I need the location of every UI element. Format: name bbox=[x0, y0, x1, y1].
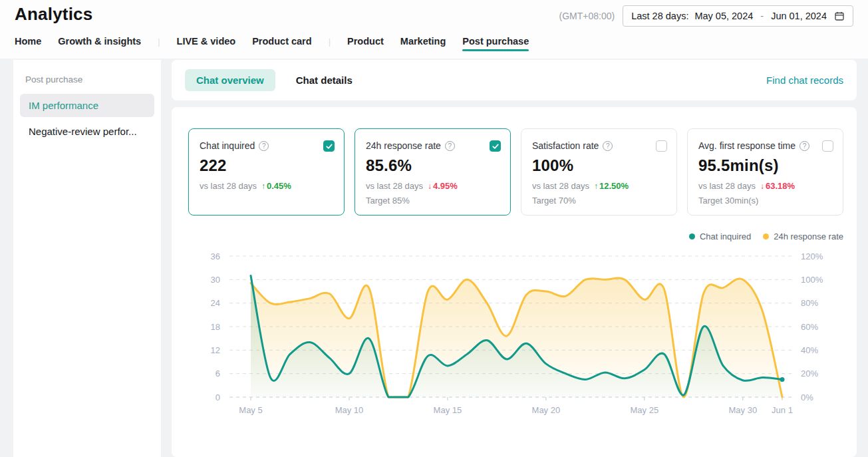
svg-text:May 15: May 15 bbox=[434, 405, 462, 415]
legend-item-24h-response-rate[interactable]: 24h response rate bbox=[763, 231, 843, 241]
svg-text:May 10: May 10 bbox=[335, 405, 364, 415]
calendar-icon bbox=[834, 11, 845, 21]
metric-card-avg-first-response-time[interactable]: Avg. first response time ? 95.5min(s) vs… bbox=[687, 128, 843, 216]
main-panel: Chat overview Chat details Find chat rec… bbox=[172, 60, 857, 457]
find-chat-records-link[interactable]: Find chat records bbox=[766, 75, 843, 86]
svg-text:36: 36 bbox=[211, 251, 220, 261]
svg-text:100%: 100% bbox=[801, 275, 823, 285]
nav-item-5[interactable]: Marketing bbox=[400, 33, 446, 54]
vs-label: vs last 28 days bbox=[698, 181, 756, 191]
nav-item-4[interactable]: Product bbox=[347, 33, 384, 54]
help-icon[interactable]: ? bbox=[445, 141, 455, 151]
delta-value: 12.50% bbox=[599, 181, 629, 191]
delta-arrow-icon: ↓ bbox=[428, 182, 432, 191]
nav-item-2[interactable]: LIVE & video bbox=[177, 33, 236, 54]
svg-text:120%: 120% bbox=[801, 251, 823, 261]
vs-label: vs last 28 days bbox=[200, 181, 257, 191]
svg-text:12: 12 bbox=[211, 345, 220, 355]
content-area: Post purchase IM performance Negative-re… bbox=[0, 59, 868, 457]
metric-value: 222 bbox=[200, 156, 335, 175]
metric-checkbox[interactable] bbox=[490, 140, 501, 152]
metric-card-satisfaction-rate[interactable]: Satisfaction rate ? 100% vs last 28 days… bbox=[521, 128, 677, 216]
sidebar: Post purchase IM performance Negative-re… bbox=[13, 60, 161, 457]
sidebar-item-negative-review[interactable]: Negative-review perfor... bbox=[20, 120, 154, 143]
vs-label: vs last 28 days bbox=[366, 181, 423, 191]
delta-arrow-icon: ↑ bbox=[594, 182, 598, 191]
date-range-separator: - bbox=[759, 11, 765, 21]
nav-item-0[interactable]: Home bbox=[15, 33, 41, 54]
sidebar-section-label: Post purchase bbox=[20, 75, 154, 94]
nav-item-3[interactable]: Product card bbox=[252, 33, 311, 54]
svg-text:May 25: May 25 bbox=[631, 405, 659, 415]
metric-value: 85.6% bbox=[366, 156, 501, 175]
nav-item-6[interactable]: Post purchase bbox=[462, 33, 529, 54]
help-icon[interactable]: ? bbox=[259, 141, 269, 151]
metric-value: 100% bbox=[532, 156, 667, 175]
metric-row: Chat inquired ? 222 vs last 28 days ↑ 0.… bbox=[188, 128, 843, 216]
date-range-start: May 05, 2024 bbox=[694, 11, 753, 21]
metric-card-chat-inquired[interactable]: Chat inquired ? 222 vs last 28 days ↑ 0.… bbox=[188, 128, 345, 216]
svg-text:18: 18 bbox=[211, 322, 220, 332]
legend-dot-teal-icon bbox=[689, 233, 695, 239]
metric-card-24h-response-rate[interactable]: 24h response rate ? 85.6% vs last 28 day… bbox=[355, 128, 511, 216]
metric-checkbox[interactable] bbox=[656, 140, 667, 152]
delta-arrow-icon: ↓ bbox=[760, 182, 764, 191]
target-row: Target 30min(s) bbox=[698, 196, 833, 206]
tab-chat-overview[interactable]: Chat overview bbox=[185, 69, 275, 91]
legend-dot-yellow-icon bbox=[763, 233, 769, 239]
im-performance-card: Chat inquired ? 222 vs last 28 days ↑ 0.… bbox=[172, 107, 857, 457]
svg-text:80%: 80% bbox=[801, 298, 818, 308]
metric-checkbox[interactable] bbox=[323, 140, 335, 152]
vs-label: vs last 28 days bbox=[532, 181, 589, 191]
metric-checkbox[interactable] bbox=[822, 140, 833, 152]
dual-axis-line-chart: 00%620%1240%1860%2480%30100%36120%May 5M… bbox=[188, 245, 843, 420]
metric-value: 95.5min(s) bbox=[698, 156, 833, 175]
nav-item-1[interactable]: Growth & insights bbox=[58, 33, 141, 54]
metric-title: Avg. first response time bbox=[698, 140, 796, 151]
im-performance-chart: 00%620%1240%1860%2480%30100%36120%May 5M… bbox=[188, 245, 843, 420]
svg-text:6: 6 bbox=[216, 369, 220, 379]
page-title: Analytics bbox=[15, 4, 92, 25]
sidebar-item-im-performance[interactable]: IM performance bbox=[20, 94, 154, 117]
date-range-end: Jun 01, 2024 bbox=[771, 11, 827, 21]
svg-text:30: 30 bbox=[211, 275, 220, 285]
tab-chat-details[interactable]: Chat details bbox=[285, 69, 364, 91]
nav-divider: | bbox=[329, 37, 331, 51]
target-row: Target 70% bbox=[532, 196, 667, 206]
svg-text:May 20: May 20 bbox=[532, 405, 561, 415]
delta-value: 4.95% bbox=[433, 181, 458, 191]
svg-text:60%: 60% bbox=[801, 322, 818, 332]
delta-badge: ↑ 12.50% bbox=[594, 181, 629, 191]
nav-divider: | bbox=[158, 37, 160, 51]
timezone-label: (GMT+08:00) bbox=[559, 11, 615, 21]
delta-badge: ↓ 4.95% bbox=[428, 181, 458, 191]
svg-text:24: 24 bbox=[211, 298, 220, 308]
date-range-picker[interactable]: Last 28 days: May 05, 2024 - Jun 01, 202… bbox=[623, 5, 853, 27]
svg-text:May 30: May 30 bbox=[728, 405, 757, 415]
target-row: Target 85% bbox=[366, 196, 501, 206]
top-bar: Analytics (GMT+08:00) Last 28 days: May … bbox=[0, 0, 868, 59]
svg-text:0: 0 bbox=[216, 392, 220, 402]
svg-text:40%: 40% bbox=[801, 345, 818, 355]
chat-tabs-bar: Chat overview Chat details Find chat rec… bbox=[172, 60, 857, 100]
delta-arrow-icon: ↑ bbox=[261, 182, 265, 191]
svg-text:20%: 20% bbox=[801, 369, 818, 379]
delta-value: 63.18% bbox=[766, 181, 795, 191]
delta-badge: ↓ 63.18% bbox=[760, 181, 795, 191]
svg-text:0%: 0% bbox=[801, 392, 813, 402]
legend-item-chat-inquired[interactable]: Chat inquired bbox=[689, 231, 751, 241]
delta-value: 0.45% bbox=[267, 181, 291, 191]
metric-title: Chat inquired bbox=[200, 140, 255, 151]
metric-title: 24h response rate bbox=[366, 140, 441, 151]
svg-text:Jun 1: Jun 1 bbox=[772, 405, 793, 415]
help-icon[interactable]: ? bbox=[799, 141, 809, 151]
primary-nav: Home Growth & insights | LIVE & video Pr… bbox=[15, 33, 853, 54]
help-icon[interactable]: ? bbox=[603, 141, 613, 151]
svg-text:May 5: May 5 bbox=[239, 405, 262, 415]
delta-badge: ↑ 0.45% bbox=[261, 181, 291, 191]
chart-legend: Chat inquired 24h response rate bbox=[188, 231, 843, 241]
metric-title: Satisfaction rate bbox=[532, 140, 599, 151]
date-range-prefix: Last 28 days: bbox=[631, 11, 688, 21]
